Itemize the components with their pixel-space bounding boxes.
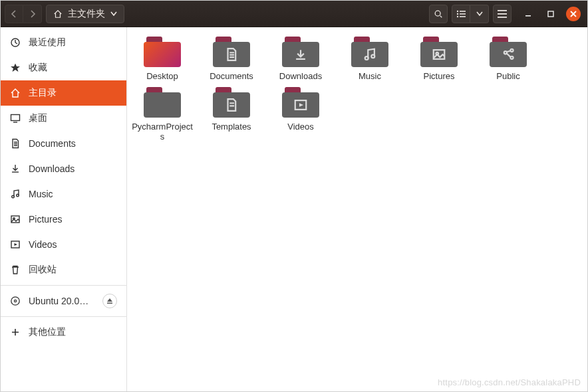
pictures-icon <box>10 214 21 225</box>
nav-group <box>5 5 42 23</box>
sidebar-item-starred[interactable]: 收藏 <box>1 55 126 80</box>
trash-icon <box>10 264 21 275</box>
sidebar-item-label: Videos <box>29 239 117 250</box>
sidebar-separator <box>1 285 126 286</box>
home-icon <box>53 9 63 19</box>
hamburger-menu-button[interactable] <box>493 5 512 23</box>
file-manager-window: 主文件夹 <box>0 0 588 392</box>
folder-label: Public <box>496 71 519 82</box>
sidebar-item-label: 桌面 <box>29 112 117 124</box>
icon-grid: DesktopDocumentsDownloadsMusicPicturesPu… <box>127 27 587 151</box>
folder-icon <box>282 37 319 67</box>
folder-icon <box>213 87 250 118</box>
svg-point-23 <box>371 54 374 58</box>
svg-rect-6 <box>460 16 466 17</box>
close-button[interactable] <box>566 7 581 21</box>
folder-icon <box>351 37 388 67</box>
sidebar-item-label: Music <box>29 189 117 199</box>
sidebar-item-label: Downloads <box>29 163 117 174</box>
svg-rect-2 <box>460 11 466 12</box>
desktop-icon <box>10 113 21 124</box>
maximize-button[interactable] <box>543 7 558 21</box>
sidebar-item-home[interactable]: 主目录 <box>1 80 126 106</box>
svg-rect-11 <box>548 11 553 17</box>
folder-label: Templates <box>212 122 251 132</box>
sidebar-item-label: 回收站 <box>29 264 117 276</box>
search-button[interactable] <box>429 5 448 23</box>
sidebar-item-videos[interactable]: Videos <box>1 232 126 257</box>
svg-point-0 <box>435 11 440 16</box>
path-bar[interactable]: 主文件夹 <box>46 5 124 23</box>
svg-rect-4 <box>460 13 466 15</box>
sidebar-item-music[interactable]: Music <box>1 181 126 207</box>
svg-point-3 <box>457 13 458 14</box>
star-icon <box>10 62 21 73</box>
sidebar-mount-ubuntu[interactable]: Ubuntu 20.0… <box>1 288 126 314</box>
folder-icon <box>144 37 181 67</box>
minimize-button[interactable] <box>521 7 535 21</box>
sidebar-other-locations[interactable]: 其他位置 <box>1 320 126 345</box>
sidebar-other-label: 其他位置 <box>29 326 117 338</box>
sidebar-item-desktop[interactable]: 桌面 <box>1 106 126 131</box>
folder-item[interactable]: PycharmProjects <box>131 87 194 142</box>
watermark: https://blog.csdn.net/ShakalakaPHD <box>438 377 581 387</box>
forward-button[interactable] <box>23 5 42 23</box>
sidebar-item-label: 主目录 <box>29 87 117 99</box>
sidebar-mount-label: Ubuntu 20.0… <box>29 296 94 306</box>
svg-rect-9 <box>498 17 507 18</box>
header-bar: 主文件夹 <box>1 1 587 27</box>
sidebar-item-label: Documents <box>29 138 117 149</box>
view-mode-group <box>452 5 489 23</box>
clock-icon <box>10 37 21 48</box>
folder-item[interactable]: Music <box>339 37 401 82</box>
folder-label: PycharmProjects <box>131 122 194 142</box>
sidebar-item-trash[interactable]: 回收站 <box>1 257 126 282</box>
folder-label: Documents <box>210 71 253 82</box>
body: 最近使用收藏主目录桌面DocumentsDownloadsMusicPictur… <box>1 27 587 391</box>
svg-rect-8 <box>498 13 507 15</box>
sidebar-item-pictures[interactable]: Pictures <box>1 207 126 232</box>
sidebar-item-documents[interactable]: Documents <box>1 131 126 156</box>
music-icon <box>10 189 21 199</box>
documents-icon <box>10 138 21 149</box>
sidebar-item-label: Pictures <box>29 214 117 225</box>
svg-point-22 <box>365 56 368 60</box>
back-button[interactable] <box>5 5 23 23</box>
svg-point-5 <box>457 15 458 17</box>
svg-rect-10 <box>525 15 531 17</box>
plus-icon <box>10 327 21 338</box>
content-area[interactable]: DesktopDocumentsDownloadsMusicPicturesPu… <box>127 27 587 391</box>
sidebar-separator <box>1 316 126 317</box>
folder-item[interactable]: Documents <box>200 37 263 82</box>
svg-point-14 <box>12 195 15 198</box>
view-options-button[interactable] <box>470 5 489 23</box>
folder-icon <box>420 37 458 67</box>
folder-item[interactable]: Downloads <box>269 37 332 82</box>
svg-point-20 <box>14 300 16 302</box>
folder-label: Music <box>359 71 381 82</box>
svg-rect-7 <box>498 10 507 11</box>
sidebar-item-recent[interactable]: 最近使用 <box>1 30 126 55</box>
folder-icon <box>282 87 319 118</box>
folder-icon <box>490 37 527 67</box>
disc-icon <box>10 296 21 306</box>
path-label: 主文件夹 <box>68 8 105 20</box>
folder-icon <box>144 87 181 118</box>
sidebar-item-label: 最近使用 <box>29 37 117 49</box>
svg-point-19 <box>11 297 19 305</box>
folder-label: Videos <box>287 122 314 132</box>
folder-item[interactable]: Desktop <box>131 37 194 82</box>
eject-button[interactable] <box>102 294 117 308</box>
svg-point-15 <box>17 194 19 197</box>
folder-item[interactable]: Pictures <box>408 37 470 82</box>
folder-item[interactable]: Templates <box>200 87 263 142</box>
chevron-down-icon <box>110 11 117 17</box>
folder-label: Pictures <box>424 71 455 82</box>
window-controls <box>521 7 581 21</box>
svg-rect-21 <box>107 303 112 304</box>
folder-item[interactable]: Public <box>477 37 539 82</box>
list-view-button[interactable] <box>452 5 470 23</box>
folder-item[interactable]: Videos <box>269 87 332 142</box>
home-icon <box>10 88 21 98</box>
sidebar-item-downloads[interactable]: Downloads <box>1 156 126 181</box>
